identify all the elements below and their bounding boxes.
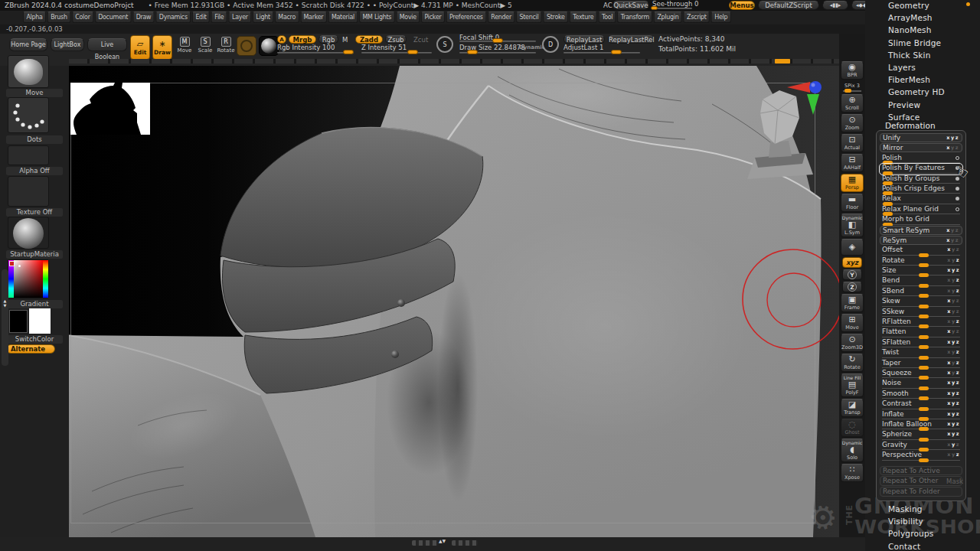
deform-bend[interactable]: Bendxyz bbox=[880, 276, 962, 286]
menu-zscript[interactable]: Zscript bbox=[684, 11, 710, 23]
deform-morph-to-grid[interactable]: Morph to Grid bbox=[880, 215, 962, 225]
deform-taper[interactable]: Taperxyz bbox=[880, 359, 962, 369]
rshelf-actual-button[interactable]: ⊡Actual bbox=[841, 134, 864, 152]
menu-dynamics[interactable]: Dynamics bbox=[155, 11, 191, 23]
menu-zplugin[interactable]: Zplugin bbox=[654, 11, 682, 23]
menu-document[interactable]: Document bbox=[95, 11, 132, 23]
palette-item-contact[interactable]: Contact bbox=[888, 542, 933, 551]
menu-picker[interactable]: Picker bbox=[421, 11, 445, 23]
axis-toggles[interactable]: xyz bbox=[946, 237, 959, 243]
quicksave-button[interactable]: QuickSave bbox=[612, 1, 649, 10]
left-tray-divider[interactable]: ▲▼ bbox=[2, 269, 8, 366]
deform-repeat-to-other[interactable]: Repeat To OtherMask bbox=[880, 476, 962, 486]
menu-texture[interactable]: Texture bbox=[570, 11, 597, 23]
menu-color[interactable]: Color bbox=[72, 11, 93, 23]
deform-smart-resym[interactable]: Smart ReSymxyz bbox=[880, 226, 962, 235]
axis-toggles[interactable]: xyz bbox=[947, 380, 960, 386]
adjust-last-nub[interactable] bbox=[611, 50, 622, 54]
see-through-nub[interactable] bbox=[651, 6, 658, 10]
bottom-divider-bar[interactable] bbox=[412, 540, 438, 546]
rshelf-ghost-button[interactable]: ◌Ghost bbox=[841, 419, 864, 437]
draw-mode-button[interactable]: ∗ Draw bbox=[152, 35, 172, 60]
axis-toggles[interactable]: xyz bbox=[947, 400, 960, 406]
main-color-swatch[interactable] bbox=[9, 310, 28, 333]
deform-resym[interactable]: ReSymxyz bbox=[880, 236, 962, 245]
rshelf-xpose-button[interactable]: ∷Xpose bbox=[841, 464, 864, 482]
alpha-slot-button[interactable] bbox=[8, 145, 49, 165]
rshelf-rotate-y-button[interactable]: Y bbox=[842, 269, 862, 280]
deform-squeeze[interactable]: Squeezexyz bbox=[880, 369, 962, 379]
rshelf-transp-button[interactable]: ◪Transp bbox=[841, 399, 864, 417]
rgb-intensity-slider[interactable]: Rgb Intensity 100 bbox=[277, 44, 335, 51]
deformation-section-title[interactable]: Deformation bbox=[885, 121, 936, 130]
rshelf-zoom-button[interactable]: ⊙Zoom bbox=[841, 114, 864, 132]
deform-track[interactable] bbox=[882, 183, 960, 184]
a-button[interactable]: A bbox=[277, 35, 286, 44]
axis-toggles[interactable]: xyz bbox=[947, 288, 960, 294]
menu-stroke[interactable]: Stroke bbox=[544, 11, 568, 23]
axis-toggles[interactable]: xyz bbox=[946, 145, 959, 151]
menu-layer[interactable]: Layer bbox=[229, 11, 252, 23]
deform-rotate[interactable]: Rotatexyz bbox=[880, 256, 962, 266]
dynamic-label[interactable]: Dynamic bbox=[519, 44, 545, 51]
palette-item-nanomesh[interactable]: NanoMesh bbox=[888, 25, 945, 37]
deform-flatten[interactable]: Flattenxyz bbox=[880, 328, 962, 337]
rshelf-rotate-z-button[interactable]: Z bbox=[842, 282, 862, 292]
menu-help[interactable]: Help bbox=[711, 11, 731, 23]
deform-inflate-balloon[interactable]: Inflate Balloonxyz bbox=[880, 420, 962, 430]
deform-polish-by-groups[interactable]: Polish By Groups bbox=[880, 174, 962, 184]
deform-sskew[interactable]: SSkewxyz bbox=[880, 308, 962, 318]
replay-last-rel-button[interactable]: ReplayLastRel bbox=[608, 35, 654, 44]
rgb-intensity-track[interactable] bbox=[277, 52, 354, 54]
menu-preferences[interactable]: Preferences bbox=[446, 11, 486, 23]
rotate-mode-button[interactable]: R Rotate bbox=[216, 37, 236, 60]
menu-alpha[interactable]: Alpha bbox=[23, 11, 46, 23]
deform-track[interactable] bbox=[882, 204, 960, 204]
axis-toggles[interactable]: xyz bbox=[947, 339, 960, 345]
deform-repeat-to-folder[interactable]: Repeat To Folder bbox=[880, 487, 962, 497]
deform-inflate[interactable]: Inflatexyz bbox=[880, 410, 962, 420]
axis-toggles[interactable]: xyz bbox=[947, 452, 960, 458]
deform-smooth[interactable]: Smoothxyz bbox=[880, 390, 962, 399]
rshelf-bpr-button[interactable]: ◉BPR bbox=[841, 61, 864, 80]
deform-rflatten[interactable]: RFlattenxyz bbox=[880, 318, 962, 328]
deform-polish-by-features[interactable]: Polish By Features bbox=[880, 164, 962, 174]
rshelf-move-button[interactable]: ⊞Move bbox=[841, 314, 864, 332]
axis-toggles[interactable]: xyz bbox=[947, 431, 960, 437]
adjust-last-slider[interactable]: AdjustLast 1 bbox=[564, 44, 603, 51]
deform-polish-crisp-edges[interactable]: Polish Crisp Edges bbox=[880, 184, 962, 194]
axis-toggles[interactable]: xyz bbox=[947, 298, 960, 304]
focal-shift-nub[interactable] bbox=[492, 38, 503, 43]
menu-file[interactable]: File bbox=[211, 11, 227, 23]
rgb-intensity-nub[interactable] bbox=[343, 50, 354, 54]
rshelf-floor-button[interactable]: ▬Floor bbox=[841, 194, 864, 212]
secondary-color-swatch[interactable] bbox=[29, 308, 51, 334]
see-through-slider[interactable]: See-through 0 bbox=[652, 0, 698, 8]
move-mode-button[interactable]: M Move bbox=[175, 37, 194, 60]
stroke-preview-button[interactable] bbox=[259, 36, 279, 56]
palette-item-fibermesh[interactable]: FiberMesh bbox=[888, 75, 945, 87]
hue-strip-right[interactable] bbox=[43, 260, 48, 298]
deform-polish[interactable]: Polish bbox=[880, 154, 962, 164]
z-intensity-track[interactable] bbox=[361, 52, 432, 54]
menu-stencil[interactable]: Stencil bbox=[516, 11, 542, 23]
shelf-divider-active-segment[interactable] bbox=[775, 59, 790, 64]
deform-perspective[interactable]: Perspectivexyz bbox=[880, 451, 962, 461]
stroke-type-button[interactable] bbox=[8, 97, 49, 133]
axis-toggles[interactable]: xyz bbox=[947, 257, 960, 263]
axis-toggles[interactable]: xyz bbox=[947, 421, 960, 427]
rshelf-zoom3d-button[interactable]: ⊙Zoom3D bbox=[841, 334, 864, 352]
switch-color-button[interactable]: SwitchColor bbox=[6, 335, 63, 344]
deform-relax-plane-grid[interactable]: Relax Plane Grid bbox=[880, 205, 962, 215]
m-button[interactable]: M bbox=[342, 36, 348, 44]
deform-nub[interactable] bbox=[919, 458, 929, 462]
menu-tool[interactable]: Tool bbox=[599, 11, 616, 23]
mrgb-button[interactable]: Mrgb bbox=[289, 35, 316, 44]
rgb-button[interactable]: Rgb bbox=[318, 35, 338, 44]
curve-dial-button[interactable]: D bbox=[542, 36, 559, 53]
deform-spherize[interactable]: Spherizexyz bbox=[880, 430, 962, 440]
brush-alpha-button[interactable] bbox=[237, 36, 256, 56]
axis-toggles[interactable]: xyz bbox=[947, 246, 960, 253]
palette-item-preview[interactable]: Preview bbox=[888, 100, 945, 112]
menu-mm-lights[interactable]: MM Lights bbox=[359, 11, 395, 23]
